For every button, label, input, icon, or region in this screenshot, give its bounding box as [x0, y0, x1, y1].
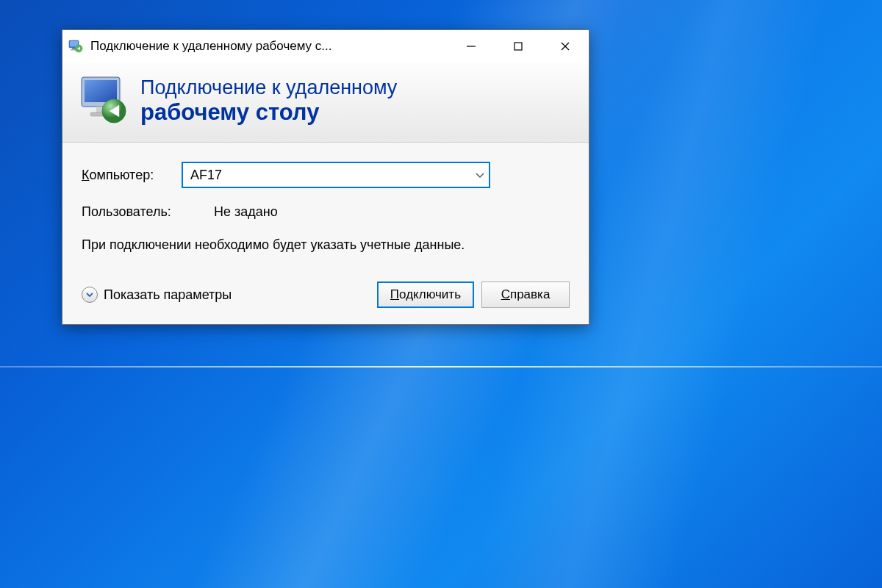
bottom-row: Показать параметры Подключить Справка	[82, 282, 570, 308]
app-icon	[68, 39, 83, 54]
computer-input[interactable]	[182, 162, 490, 188]
content-panel: Компьютер: Пользователь: Не задано При п…	[62, 143, 589, 324]
computer-combobox[interactable]	[182, 162, 490, 188]
expand-down-icon	[82, 287, 98, 303]
user-label: Пользователь:	[82, 204, 214, 220]
user-row: Пользователь: Не задано	[82, 204, 570, 220]
rdp-logo-icon	[77, 74, 130, 127]
svg-rect-6	[514, 43, 522, 50]
maximize-button[interactable]	[495, 30, 542, 62]
desktop-light-line	[0, 366, 882, 368]
header-line2: рабочему столу	[140, 99, 397, 126]
minimize-button[interactable]	[448, 30, 495, 62]
computer-row: Компьютер:	[82, 162, 570, 188]
window-controls	[448, 30, 589, 62]
header-panel: Подключение к удаленному рабочему столу	[62, 62, 589, 143]
credentials-info: При подключении необходимо будет указать…	[82, 236, 570, 254]
close-button[interactable]	[542, 30, 589, 62]
help-button[interactable]: Справка	[481, 282, 570, 308]
svg-rect-11	[85, 80, 117, 102]
window-title: Подключение к удаленному рабочему с...	[90, 39, 448, 54]
user-value: Не задано	[214, 204, 278, 220]
connect-button[interactable]: Подключить	[377, 282, 474, 308]
button-group: Подключить Справка	[377, 282, 570, 308]
titlebar[interactable]: Подключение к удаленному рабочему с...	[62, 30, 589, 62]
header-text: Подключение к удаленному рабочему столу	[140, 76, 397, 126]
header-line1: Подключение к удаленному	[140, 76, 397, 99]
show-parameters-link[interactable]: Показать параметры	[82, 287, 232, 303]
rdp-dialog: Подключение к удаленному рабочему с...	[62, 29, 589, 325]
computer-label: Компьютер:	[82, 168, 182, 183]
